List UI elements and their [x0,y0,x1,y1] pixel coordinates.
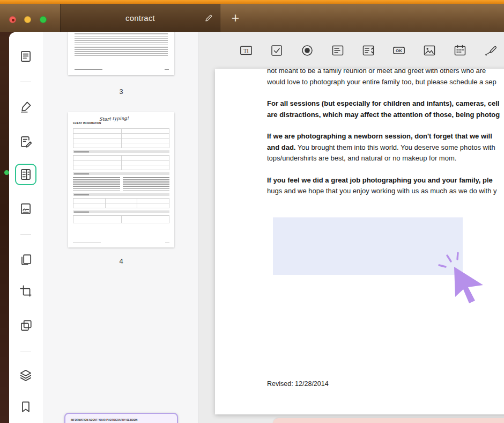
image-field-icon [423,43,436,57]
sidebar-item-extract-pages[interactable] [18,317,34,333]
reader-view-icon [19,49,33,63]
list-box-icon [331,43,345,57]
app-window: contract + [0,0,504,423]
wallpaper-strip [0,0,504,4]
sidebar-item-form[interactable] [15,164,36,185]
date-field-icon [453,43,467,57]
page-4-typing-hint: Start typing! [99,115,129,122]
document-tab[interactable]: contract [60,4,220,32]
sidebar-divider [20,352,31,352]
sidebar-item-sign[interactable] [18,201,34,217]
sidebar-item-bookmark[interactable] [18,398,34,414]
list-box-field-button[interactable] [331,43,345,57]
paragraph: If you feel we did a great job photograp… [267,175,504,197]
paragraph: For all sessions (but especially for chi… [267,98,504,120]
text-field-button[interactable]: TI [239,43,253,57]
tab-title: contract [125,13,155,23]
page-4-thumbnail[interactable]: CLIENT INFORMATION Start typing! [68,112,174,247]
crop-icon [19,284,33,298]
sidebar-item-edit[interactable] [18,134,34,150]
push-button-field-button[interactable]: OK [392,43,406,57]
date-field-button[interactable] [453,43,467,57]
edit-page-icon [19,135,33,149]
document-area: TI [198,32,504,423]
sidebar-divider [20,234,31,235]
signature-field-button[interactable] [484,43,498,57]
close-window-button[interactable] [9,16,16,23]
page-3-label: 3 [68,87,174,96]
paragraph: not meant to be a family reunion or meet… [267,69,504,87]
form-field-icon [19,167,33,181]
page-5-heading: INFORMATION ABOUT YOUR PHOTOGRAPHY SESSI… [71,419,172,421]
active-panel-indicator-dot [4,170,9,175]
duplicate-pages-icon [19,318,33,332]
checkbox-field-button[interactable] [270,43,284,57]
image-field-button[interactable] [423,43,436,57]
sidebar-divider [20,82,31,82]
checkbox-icon [270,43,284,57]
page-thumbnails-panel: 3 CLIENT INFORMATION Start typing! [43,32,198,423]
radio-button-icon [300,43,314,57]
minimize-window-button[interactable] [24,16,31,23]
sidebar-item-crop[interactable] [18,283,34,299]
signature-field-icon [484,43,498,57]
floating-panel-peek[interactable] [273,418,504,423]
page-3-footer [75,69,169,71]
radio-button-field-button[interactable] [300,43,314,57]
paragraph: If we are photographing a newborn sessio… [267,131,504,164]
app-body: 3 CLIENT INFORMATION Start typing! [9,32,504,423]
zoom-window-button[interactable] [40,16,47,23]
revised-date-text: Revised: 12/28/2014 [267,380,329,388]
sidebar-item-organize-pages[interactable] [18,252,34,268]
pages-icon [19,253,33,267]
bookmark-icon [19,399,33,413]
page-4-form-header: CLIENT INFORMATION [73,122,101,125]
new-tab-button[interactable]: + [227,4,243,32]
svg-text:OK: OK [396,48,402,53]
svg-text:TI: TI [243,48,248,54]
tool-sidebar [9,32,43,423]
layers-icon [19,368,33,382]
main-area: 3 CLIENT INFORMATION Start typing! [0,32,504,423]
combo-box-icon [361,43,375,57]
sidebar-item-thumbnail-panel[interactable] [18,48,34,64]
placed-form-field[interactable] [273,217,463,275]
highlighter-icon [19,100,33,114]
signature-page-icon [19,202,33,216]
text-field-icon: TI [239,43,253,57]
titlebar: contract + [0,4,504,32]
page-5-thumbnail-selected[interactable]: INFORMATION ABOUT YOUR PHOTOGRAPHY SESSI… [64,413,178,423]
document-text: not meant to be a family reunion or meet… [267,69,504,208]
page-3-thumbnail[interactable] [68,32,174,75]
form-tools-toolbar: TI [239,43,498,57]
combo-box-field-button[interactable] [361,43,375,57]
push-button-icon: OK [392,43,406,57]
document-page: not meant to be a family reunion or meet… [215,69,504,414]
page-4-footer [73,243,169,244]
sidebar-item-layers[interactable] [18,367,34,383]
rename-pencil-icon[interactable] [204,14,213,23]
page-4-label: 4 [68,257,174,265]
sidebar-item-annotate[interactable] [18,99,34,115]
